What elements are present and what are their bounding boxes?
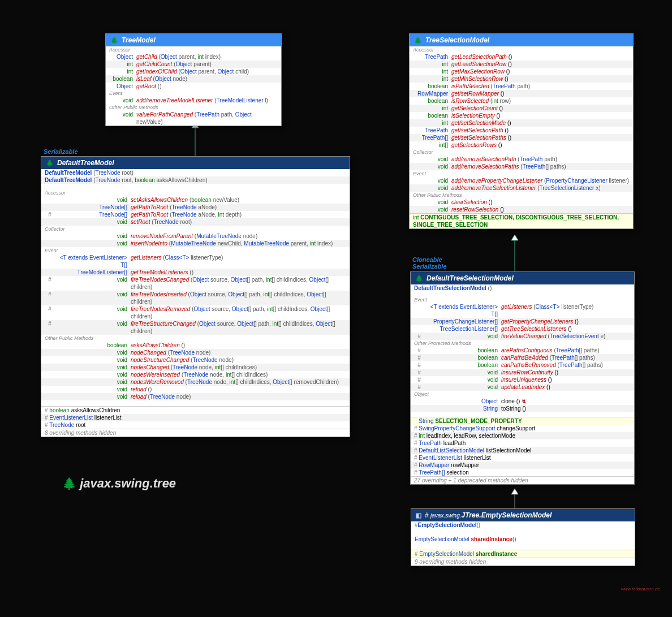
connector-tsm-dtsm xyxy=(506,235,523,273)
header-tsm: TreeSelectionModel xyxy=(410,34,633,46)
stereotype-serializable-2: Serializable xyxy=(412,263,447,270)
section-collector: Collector xyxy=(41,226,350,232)
connector-dtsm-esm xyxy=(506,489,523,510)
header-esm: # javax.swing.JTree.EmptySelectionModel xyxy=(411,509,635,521)
section-collector: Collector xyxy=(410,149,633,156)
section-other: Other Public Methods xyxy=(410,192,633,199)
tree-icon xyxy=(62,476,76,490)
svg-marker-5 xyxy=(511,489,518,494)
section-protected: Other Protected Methods xyxy=(411,340,634,347)
tree-icon xyxy=(415,274,423,282)
header-treemodel: TreeModel xyxy=(106,34,281,46)
interface-treeselectionmodel: TreeSelectionModel Accessor TreePathgetL… xyxy=(409,33,634,229)
class-defaulttreeselectionmodel: DefaultTreeSelectionModel DefaultTreeSel… xyxy=(410,271,635,485)
section-accessor: Accessor xyxy=(41,189,350,196)
section-object: Object xyxy=(411,391,634,398)
package-label: javax.swing.tree xyxy=(62,476,176,491)
section-accessor: Accessor xyxy=(106,46,281,53)
interface-treemodel: TreeModel Accessor ObjectgetChild (Objec… xyxy=(105,33,282,126)
stereotype-cloneable: Cloneable xyxy=(412,256,442,263)
tree-icon xyxy=(110,36,118,44)
section-other: Other Public Methods xyxy=(41,335,350,342)
section-other: Other Public Methods xyxy=(106,104,281,111)
class-icon xyxy=(416,511,421,519)
section-event: Event xyxy=(41,247,350,254)
class-defaulttreemodel: DefaultTreeModel DefaultTreeModel (TreeN… xyxy=(41,156,350,437)
class-emptyselectionmodel: # javax.swing.JTree.EmptySelectionModel … xyxy=(411,508,635,566)
tree-icon xyxy=(414,36,422,44)
svg-marker-3 xyxy=(511,235,518,240)
footnote: 8 overriding methods hidden xyxy=(41,429,350,437)
watermark: www.falkhausen.de xyxy=(621,586,660,592)
tree-icon xyxy=(46,159,54,167)
section-accessor: Accessor xyxy=(410,46,633,53)
header-dtsm: DefaultTreeSelectionModel xyxy=(411,272,634,284)
stereotype-serializable-1: Serializable xyxy=(44,148,78,155)
section-event: Event xyxy=(411,296,634,303)
section-event: Event xyxy=(410,170,633,177)
header-defaulttreemodel: DefaultTreeModel xyxy=(41,157,350,169)
footnote: 9 overriding methods hidden xyxy=(411,558,635,566)
connector-treemodel-default xyxy=(187,122,204,159)
footnote: 27 overriding + 1 deprecated methods hid… xyxy=(411,476,634,484)
section-event: Event xyxy=(106,90,281,97)
